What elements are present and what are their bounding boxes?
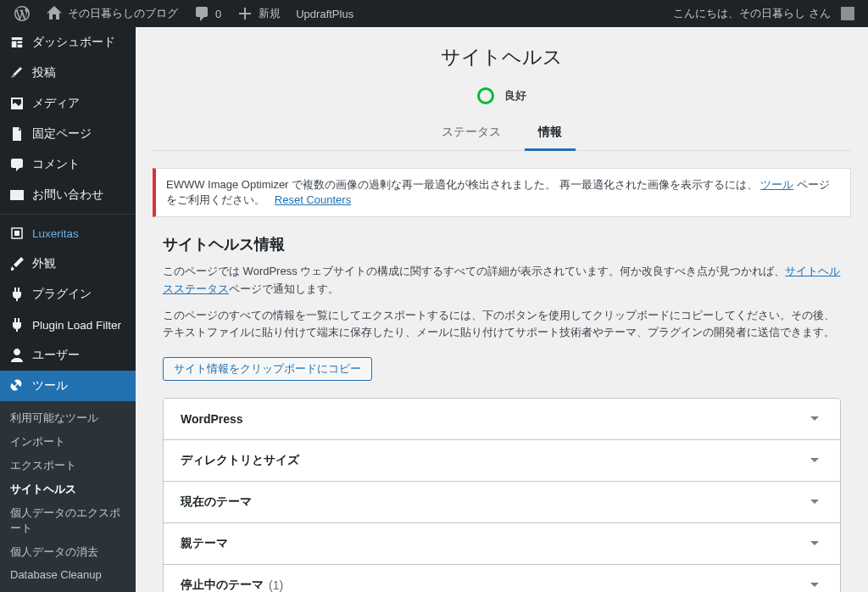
new-label: 新規 [259,6,281,21]
user-icon [8,347,25,364]
info-paragraph-2: このページのすべての情報を一覧にしてエクスポートするには、下のボタンを使用してク… [163,307,841,343]
comments-bubble[interactable]: 0 [186,0,228,27]
submenu-item-ewww[interactable]: EWWW Image Optimizer [0,585,136,592]
accordion-item: ディレクトリとサイズ [164,440,840,482]
updraft-menu[interactable]: UpdraftPlus [289,0,360,27]
sidebar-item-appearance[interactable]: 外観 [0,249,136,279]
site-name: その日暮らしのブログ [68,6,178,21]
sidebar-item-label: 投稿 [32,65,129,81]
sidebar-item-label: お問い合わせ [32,187,129,203]
comment-count: 0 [215,8,221,20]
admin-sidebar: ダッシュボード投稿メディア固定ページコメントお問い合わせLuxeritas外観プ… [0,27,136,592]
sidebar-item-label: 外観 [32,256,129,271]
sidebar-item-posts[interactable]: 投稿 [0,58,136,88]
sidebar-item-media[interactable]: メディア [0,88,136,119]
accordion-item: 停止中のテーマ (1) [164,565,840,592]
comment-icon [193,5,210,22]
accordion-toggle[interactable]: 現在のテーマ [164,482,840,522]
sidebar-item-label: Luxeritas [32,227,129,240]
chevron-down-icon [806,452,823,469]
accordion-label: 現在のテーマ [181,494,252,510]
sidebar-item-label: ユーザー [32,348,129,363]
site-home[interactable]: その日暮らしのブログ [39,0,185,27]
reset-counters-link[interactable]: Reset Counters [275,193,351,206]
tools-submenu: 利用可能なツールインポートエクスポートサイトヘルス個人データのエクスポート個人デ… [0,401,136,592]
accordion-toggle[interactable]: WordPress [164,399,840,439]
dash-icon [8,34,25,51]
chevron-down-icon [806,410,823,427]
submenu-item-export[interactable]: エクスポート [0,454,136,478]
sidebar-item-label: プラグイン [32,287,129,302]
submenu-item-sitehealth[interactable]: サイトヘルス [0,478,136,501]
chevron-down-icon [806,494,823,511]
accordion-item: 現在のテーマ [164,482,840,523]
content-area: サイトヘルス 良好 ステータス 情報 EWWW Image Optimizer … [136,27,868,592]
submenu-item-dbcleanup[interactable]: Database Cleanup [0,564,136,585]
accordion-label: 停止中のテーマ [181,578,264,592]
pin-icon [8,64,25,81]
info-paragraph-1: このページでは WordPress ウェブサイトの構成に関するすべての詳細が表示… [163,263,841,299]
plug-icon [8,316,25,333]
health-accordion: WordPressディレクトリとサイズ現在のテーマ親テーマ停止中のテーマ (1)… [163,398,841,592]
sidebar-item-users[interactable]: ユーザー [0,340,136,371]
ewww-notice: EWWW Image Optimizer で複数の画像の過剰な再一最適化が検出さ… [153,168,851,217]
my-account[interactable]: こんにちは、その日暮らし さん [666,0,861,27]
submenu-item-available[interactable]: 利用可能なツール [0,406,136,430]
sidebar-item-label: コメント [32,157,129,172]
status-ring-icon [477,87,494,104]
mail-icon [8,187,25,204]
plug-icon [8,286,25,303]
info-heading: サイトヘルス情報 [163,234,841,254]
status-label: 良好 [504,89,526,102]
sidebar-item-comments[interactable]: コメント [0,149,136,180]
accordion-label: ディレクトリとサイズ [181,453,299,468]
chevron-down-icon [806,577,823,592]
wp-logo[interactable] [7,0,37,27]
accordion-toggle[interactable]: 親テーマ [164,523,840,564]
submenu-item-erase-personal[interactable]: 個人データの消去 [0,540,136,564]
sidebar-item-pages[interactable]: 固定ページ [0,119,136,149]
copy-site-info-button[interactable]: サイト情報をクリップボードにコピー [163,357,372,381]
submenu-item-export-personal[interactable]: 個人データのエクスポート [0,501,136,540]
sidebar-item-plugins[interactable]: プラグイン [0,279,136,310]
home-icon [46,5,63,22]
accordion-label: 親テーマ [181,536,228,551]
page-title: サイトヘルス [153,44,851,70]
accordion-item: WordPress [164,399,840,440]
page-icon [8,126,25,142]
wordpress-icon [14,5,31,22]
submenu-item-import[interactable]: インポート [0,430,136,454]
health-status: 良好 [153,87,851,104]
accordion-count: (1) [269,578,283,592]
sidebar-item-label: ツール [32,378,129,394]
tool-icon [8,377,25,394]
plus-icon [236,5,253,22]
accordion-toggle[interactable]: 停止中のテーマ (1) [164,565,840,592]
tab-info[interactable]: 情報 [525,116,576,151]
admin-bar: その日暮らしのブログ 0 新規 UpdraftPlus こんにちは、その日暮らし… [0,0,868,27]
health-tabs: ステータス 情報 [153,116,851,151]
sidebar-item-label: ダッシュボード [32,35,129,50]
media-icon [8,95,25,112]
comment-icon [8,156,25,173]
sidebar-item-label: 固定ページ [32,126,129,142]
greeting: こんにちは、その日暮らし さん [673,6,831,21]
lux-icon [8,225,25,242]
sidebar-item-dashboard[interactable]: ダッシュボード [0,27,136,58]
notice-tools-link[interactable]: ツール [760,178,793,191]
avatar-icon [841,7,854,20]
sidebar-item-pluginloadfilter[interactable]: Plugin Load Filter [0,310,136,340]
accordion-toggle[interactable]: ディレクトリとサイズ [164,440,840,481]
accordion-label: WordPress [181,412,243,426]
chevron-down-icon [806,535,823,552]
sidebar-item-label: Plugin Load Filter [32,319,129,332]
tab-status[interactable]: ステータス [428,116,515,151]
sidebar-item-label: メディア [32,96,129,111]
sidebar-item-luxeritas[interactable]: Luxeritas [0,214,136,249]
sidebar-item-tools[interactable]: ツール [0,371,136,401]
brush-icon [8,255,25,272]
sidebar-item-contact[interactable]: お問い合わせ [0,180,136,210]
accordion-item: 親テーマ [164,523,840,565]
new-content[interactable]: 新規 [230,0,287,27]
